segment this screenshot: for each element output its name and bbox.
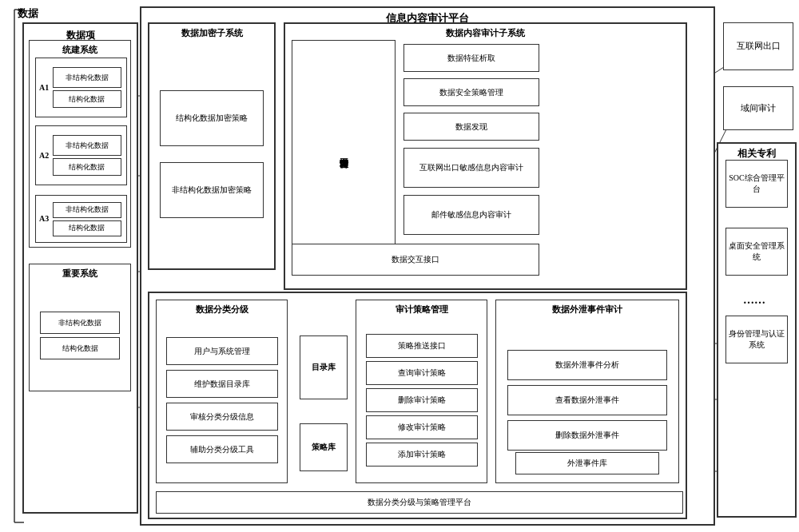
leak-analyze-box: 数据外泄事件分析 [507,350,667,380]
content-audit-platform-box: 内容审计管理平台 [292,40,396,264]
main-diagram: 数据 信息内容审计平台 数据项 统建系统 A1 非结构化数据 结构化数据 A2 … [0,0,799,532]
feature-extract-box: 数据特征析取 [403,44,539,72]
email-audit-box: 邮件敏感信息内容审计 [403,195,539,235]
domain-audit-box: 域间审计 [723,86,793,130]
a3-structured: 结构化数据 [53,220,121,236]
content-audit-subsystem-label: 数据内容审计子系统 [446,27,525,39]
user-system-box: 用户与系统管理 [166,337,278,365]
dots-label: …… [743,294,765,307]
encrypt-subsystem-label: 数据加密子系统 [181,27,243,39]
delete-policy-box: 删除审计策略 [366,388,478,412]
audit-policy-box: 审计策略管理 策略推送接口 查询审计策略 删除审计策略 修改审计策略 添加审计策… [356,300,487,483]
audit-classify-box: 审核分类分级信息 [166,403,278,431]
encrypt-subsystem-box: 数据加密子系统 结构化数据加密策略 非结构化数据加密策略 [148,22,276,270]
structured-encrypt-policy: 结构化数据加密策略 [160,90,264,146]
a3-unstructured: 非结构化数据 [53,202,121,218]
a1-group: A1 非结构化数据 结构化数据 [35,58,127,117]
modify-policy-box: 修改审计策略 [366,415,478,439]
a1-label: A1 [39,82,49,93]
push-interface-box: 策略推送接口 [366,334,478,358]
important-structured: 结构化数据 [40,337,120,359]
internet-exit-box: 互联网出口 [723,22,793,70]
maintain-dir-box: 维护数据目录库 [166,370,278,398]
a3-group: A3 非结构化数据 结构化数据 [35,195,127,243]
identity-box: 身份管理与认证系统 [725,316,788,363]
tongjiansystem-label: 统建系统 [62,44,97,56]
a1-structured: 结构化数据 [53,90,121,108]
classify-box: 数据分类分级 用户与系统管理 维护数据目录库 审核分类分级信息 辅助分类分级工具 [156,300,288,483]
classify-label: 数据分类分级 [196,304,248,316]
data-leak-label: 数据外泄事件审计 [552,304,622,316]
important-system-box: 重要系统 非结构化数据 结构化数据 [29,264,131,391]
data-discovery-box: 数据发现 [403,113,539,141]
add-policy-box: 添加审计策略 [366,443,478,466]
leak-view-box: 查看数据外泄事件 [507,385,667,415]
a1-unstructured: 非结构化数据 [53,67,121,88]
a2-unstructured: 非结构化数据 [53,135,121,156]
leak-delete-box: 删除数据外泄事件 [507,420,667,451]
internet-audit-box: 互联网出口敏感信息内容审计 [403,148,539,188]
related-patents-label: 相关专利 [737,147,776,161]
event-lib-box: 外泄事件库 [515,452,659,474]
data-interface-box: 数据交互接口 [292,244,539,276]
a3-label: A3 [39,213,49,224]
assist-classify-box: 辅助分类分级工具 [166,435,278,463]
directory-box: 目录库 [300,335,348,399]
policy-lib-box: 策略库 [300,423,348,471]
a2-structured: 结构化数据 [53,158,121,176]
unstructured-encrypt-policy: 非结构化数据加密策略 [160,162,264,218]
soc-box: SOC综合管理平台 [725,160,788,208]
query-policy-box: 查询审计策略 [366,361,478,385]
audit-policy-label: 审计策略管理 [396,304,448,316]
data-label: 数据 [18,6,38,21]
security-policy-box: 数据安全策略管理 [403,78,539,106]
important-system-label: 重要系统 [62,268,97,280]
important-unstructured: 非结构化数据 [40,312,120,334]
a2-group: A2 非结构化数据 结构化数据 [35,125,127,185]
desktop-security-box: 桌面安全管理系统 [725,228,788,276]
classify-platform-box: 数据分类分级与策略管理平台 [156,491,683,514]
a2-label: A2 [39,150,49,161]
data-leak-box: 数据外泄事件审计 数据外泄事件分析 查看数据外泄事件 删除数据外泄事件 外泄事件… [495,300,679,483]
